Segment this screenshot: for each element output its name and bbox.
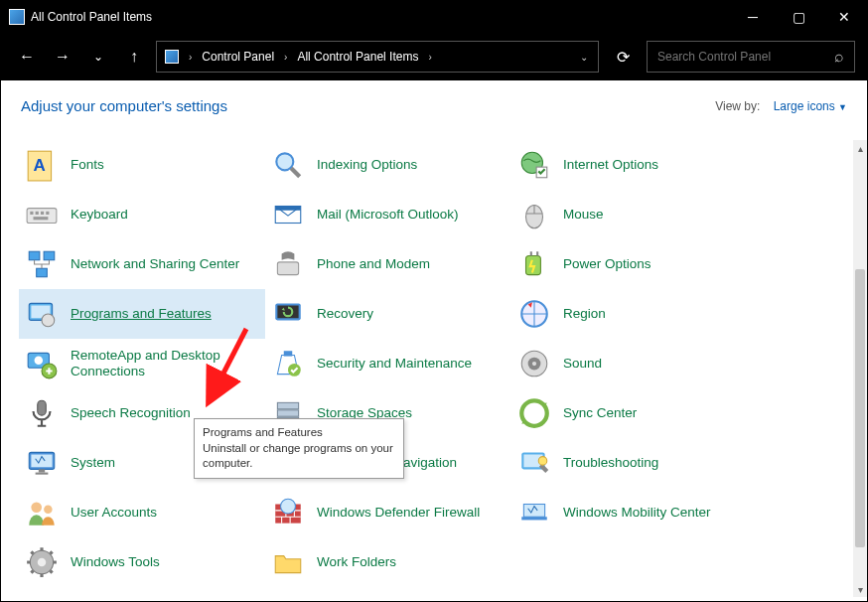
cpl-item-troubleshoot[interactable]: Troubleshooting xyxy=(511,438,758,488)
firewall-icon xyxy=(271,496,305,529)
cpl-item-mail[interactable]: Mail (Microsoft Outlook) xyxy=(265,190,511,239)
tooltip-body: Uninstall or change programs on your com… xyxy=(203,441,395,472)
sound-icon xyxy=(517,347,551,380)
breadcrumb-root[interactable]: Control Panel xyxy=(202,50,274,64)
users-icon xyxy=(25,496,59,529)
cpl-item-label: Indexing Options xyxy=(317,157,417,173)
cpl-item-phone[interactable]: Phone and Modem xyxy=(265,239,511,289)
cpl-item-region[interactable]: Region xyxy=(511,289,758,339)
indexing-icon xyxy=(271,148,305,182)
cpl-item-label: Security and Maintenance xyxy=(317,356,472,372)
cpl-item-firewall[interactable]: Windows Defender Firewall xyxy=(265,488,511,537)
mail-icon xyxy=(271,198,305,231)
viewby-dropdown[interactable]: Large icons ▼ xyxy=(774,99,847,113)
system-icon xyxy=(25,446,59,480)
cpl-item-label: Recovery xyxy=(317,306,373,322)
security-icon xyxy=(271,347,305,380)
minimize-button[interactable]: ─ xyxy=(730,1,776,33)
page-heading: Adjust your computer's settings xyxy=(21,97,227,114)
cpl-item-security[interactable]: Security and Maintenance xyxy=(265,339,511,388)
cpl-item-label: User Accounts xyxy=(71,505,157,521)
refresh-button[interactable]: ⟳ xyxy=(607,41,639,73)
nav-bar: ← → ⌄ ↑ › Control Panel › All Control Pa… xyxy=(1,33,867,80)
scroll-down-button[interactable]: ▾ xyxy=(853,581,867,597)
remoteapp-icon xyxy=(25,347,59,380)
back-button[interactable]: ← xyxy=(13,43,41,71)
troubleshoot-icon xyxy=(517,446,551,480)
internet-icon xyxy=(517,148,551,182)
cpl-item-programs[interactable]: Programs and Features xyxy=(19,289,265,339)
cpl-item-label: Internet Options xyxy=(563,157,658,173)
programs-icon xyxy=(25,297,59,331)
address-dropdown-icon[interactable]: ⌄ xyxy=(578,52,590,63)
cpl-item-label: Windows Mobility Center xyxy=(563,505,711,521)
window-title: All Control Panel Items xyxy=(31,10,152,24)
cpl-item-label: Region xyxy=(563,306,606,322)
recent-dropdown[interactable]: ⌄ xyxy=(84,43,112,71)
cpl-item-label: Mail (Microsoft Outlook) xyxy=(317,207,459,223)
cpl-item-remoteapp[interactable]: RemoteApp and Desktop Connections xyxy=(19,339,265,388)
app-icon xyxy=(9,9,25,25)
power-icon xyxy=(517,247,551,281)
mouse-icon xyxy=(517,198,551,231)
forward-button[interactable]: → xyxy=(49,43,76,71)
cpl-item-network[interactable]: Network and Sharing Center xyxy=(19,239,265,289)
cpl-item-label: Sync Center xyxy=(563,405,637,421)
keyboard-icon xyxy=(25,198,59,231)
cpl-item-power[interactable]: Power Options xyxy=(511,239,758,289)
title-bar: All Control Panel Items ─ ▢ ✕ xyxy=(1,1,867,33)
tooltip-title: Programs and Features xyxy=(203,425,395,441)
search-icon[interactable]: ⌕ xyxy=(834,48,844,66)
search-input[interactable] xyxy=(657,50,834,64)
breadcrumb-current[interactable]: All Control Panel Items xyxy=(297,50,418,64)
region-icon xyxy=(517,297,551,331)
cpl-item-label: Sound xyxy=(563,356,602,372)
scrollbar[interactable]: ▴ ▾ xyxy=(853,140,867,597)
cpl-item-recovery[interactable]: Recovery xyxy=(265,289,511,339)
tooltip: Programs and Features Uninstall or chang… xyxy=(194,418,404,479)
address-icon xyxy=(165,50,179,64)
content-area: Adjust your computer's settings View by:… xyxy=(1,80,867,601)
scrollbar-thumb[interactable] xyxy=(855,269,865,547)
cpl-item-label: Phone and Modem xyxy=(317,256,430,272)
maximize-button[interactable]: ▢ xyxy=(776,1,821,33)
cpl-item-mobility[interactable]: Windows Mobility Center xyxy=(511,488,758,537)
cpl-item-label: Keyboard xyxy=(71,207,128,223)
cpl-item-users[interactable]: User Accounts xyxy=(19,488,265,537)
address-bar[interactable]: › Control Panel › All Control Panel Item… xyxy=(156,41,599,73)
cpl-item-mouse[interactable]: Mouse xyxy=(511,190,758,239)
cpl-item-label: Windows Tools xyxy=(71,554,160,570)
sync-icon xyxy=(517,396,551,430)
cpl-item-label: Speech Recognition xyxy=(71,405,191,421)
up-button[interactable]: ↑ xyxy=(120,43,148,71)
cpl-item-sound[interactable]: Sound xyxy=(511,339,758,388)
search-box[interactable]: ⌕ xyxy=(647,41,855,73)
cpl-item-label: Power Options xyxy=(563,256,651,272)
cpl-item-fonts[interactable]: Fonts xyxy=(19,140,265,190)
cpl-item-label: Programs and Features xyxy=(71,306,212,322)
viewby-label: View by: xyxy=(715,99,760,113)
cpl-item-label: Troubleshooting xyxy=(563,455,658,471)
cpl-item-internet[interactable]: Internet Options xyxy=(511,140,758,190)
cpl-item-label: Windows Defender Firewall xyxy=(317,505,480,521)
cpl-item-keyboard[interactable]: Keyboard xyxy=(19,190,265,239)
cpl-item-label: Mouse xyxy=(563,207,604,223)
tools-icon xyxy=(25,545,59,579)
close-button[interactable]: ✕ xyxy=(821,1,867,33)
scroll-up-button[interactable]: ▴ xyxy=(853,140,867,156)
workfolders-icon xyxy=(271,545,305,579)
chevron-right-icon: › xyxy=(426,52,433,63)
fonts-icon xyxy=(25,148,59,182)
cpl-item-indexing[interactable]: Indexing Options xyxy=(265,140,511,190)
cpl-item-workfolders[interactable]: Work Folders xyxy=(265,537,511,587)
network-icon xyxy=(25,247,59,281)
cpl-item-label: Work Folders xyxy=(317,554,396,570)
chevron-down-icon: ▼ xyxy=(838,102,847,112)
cpl-item-sync[interactable]: Sync Center xyxy=(511,388,758,438)
mic-icon xyxy=(25,396,59,430)
cpl-item-label: Network and Sharing Center xyxy=(71,256,239,272)
cpl-item-label: RemoteApp and Desktop Connections xyxy=(71,348,259,379)
cpl-item-tools[interactable]: Windows Tools xyxy=(19,537,265,587)
cpl-item-label: Fonts xyxy=(71,157,104,173)
chevron-right-icon: › xyxy=(282,52,289,63)
